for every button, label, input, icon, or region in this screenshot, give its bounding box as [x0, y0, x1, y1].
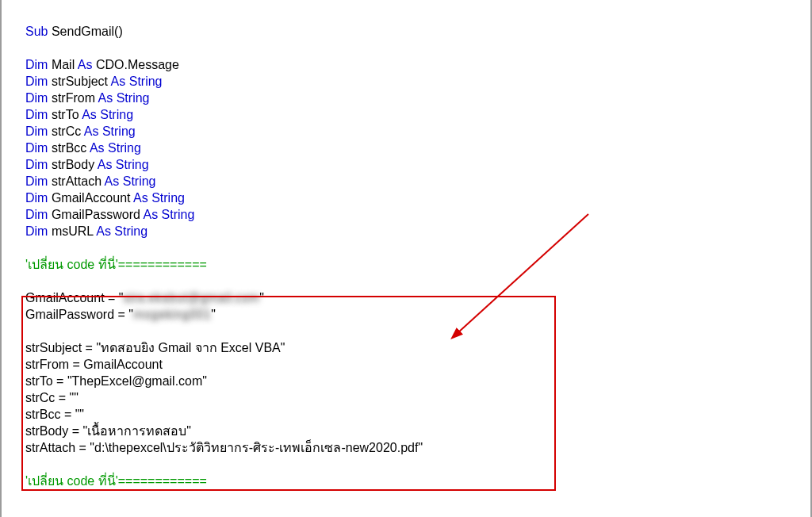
type-string: String — [162, 208, 195, 221]
keyword-as: As — [105, 174, 120, 188]
code-editor-viewport: Sub SendGmail() Dim Mail As CDO.Message … — [0, 0, 812, 517]
type-string: String — [108, 141, 141, 155]
keyword-dim: Dim — [25, 75, 48, 88]
assign-bcc: strBcc = "" — [25, 408, 84, 421]
type-string: String — [123, 174, 156, 188]
var-bcc: strBcc — [52, 141, 86, 155]
var-attach: strAttach — [52, 174, 102, 188]
var-subject: strSubject — [52, 75, 108, 88]
keyword-as: As — [111, 75, 126, 88]
keyword-dim: Dim — [25, 124, 48, 138]
keyword-dim: Dim — [25, 108, 48, 121]
keyword-as: As — [143, 208, 158, 221]
keyword-dim: Dim — [25, 191, 48, 205]
type-cdo: CDO.Message — [96, 58, 179, 71]
var-cc: strCc — [52, 124, 81, 138]
assign-attach: strAttach = "d:\thepexcel\ประวัติวิทยากร… — [25, 441, 423, 454]
var-to: strTo — [52, 108, 79, 121]
var-from: strFrom — [52, 91, 95, 105]
assign-subject: strSubject = "ทดสอบยิง Gmail จาก Excel V… — [25, 341, 285, 354]
keyword-as: As — [82, 108, 97, 121]
keyword-sub: Sub — [25, 25, 48, 38]
redacted-email: sira.ekabut@gmail.com — [124, 291, 260, 304]
keyword-as: As — [98, 91, 113, 105]
assign-gmail-password: GmailPassword = " — [25, 308, 133, 321]
code-block: Sub SendGmail() Dim Mail As CDO.Message … — [2, 6, 810, 489]
type-string: String — [116, 158, 149, 171]
comment-change-code-top: 'เปลี่ยน code ที่นี่'============ — [25, 258, 207, 271]
type-string: String — [114, 224, 147, 238]
keyword-as: As — [96, 224, 111, 238]
keyword-dim: Dim — [25, 158, 48, 171]
redacted-password: mogeking001 — [133, 308, 211, 321]
keyword-dim: Dim — [25, 91, 48, 105]
keyword-as: As — [78, 58, 93, 71]
sub-name: SendGmail() — [52, 25, 123, 38]
type-string: String — [151, 191, 185, 205]
keyword-as: As — [133, 191, 148, 205]
keyword-as: As — [90, 141, 105, 155]
type-string: String — [129, 75, 163, 88]
keyword-dim: Dim — [25, 58, 48, 71]
type-string: String — [102, 124, 136, 138]
type-string: String — [100, 108, 133, 121]
assign-close-quote: " — [259, 291, 264, 304]
assign-close-quote: " — [211, 308, 216, 321]
assign-cc: strCc = "" — [25, 391, 79, 404]
keyword-dim: Dim — [25, 174, 48, 188]
keyword-as: As — [98, 158, 113, 171]
assign-gmail-account: GmailAccount = " — [25, 291, 124, 304]
keyword-dim: Dim — [25, 224, 48, 238]
var-gmail-password: GmailPassword — [52, 208, 140, 221]
keyword-as: As — [84, 124, 99, 138]
keyword-dim: Dim — [25, 208, 48, 221]
assign-from: strFrom = GmailAccount — [25, 358, 163, 371]
var-msurl: msURL — [52, 224, 94, 238]
var-body: strBody — [52, 158, 94, 171]
var-mail: Mail — [52, 58, 75, 71]
var-gmail-account: GmailAccount — [52, 191, 131, 205]
type-string: String — [117, 91, 150, 105]
keyword-dim: Dim — [25, 141, 48, 155]
assign-body: strBody = "เนื้อหาการทดสอบ" — [25, 424, 191, 438]
assign-to: strTo = "ThepExcel@gmail.com" — [25, 374, 207, 388]
comment-change-code-bottom: 'เปลี่ยน code ที่นี่'============ — [25, 474, 207, 488]
